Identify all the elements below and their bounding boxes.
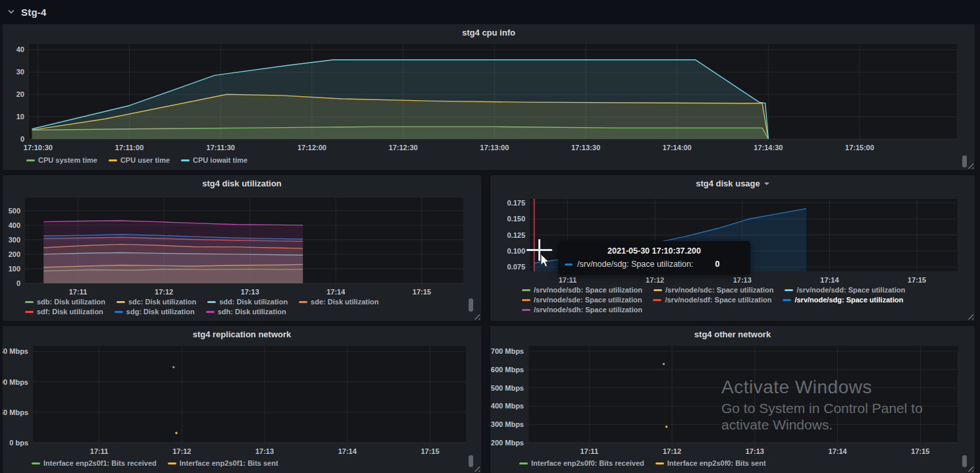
x-axis-tick-label: 17:13 bbox=[241, 288, 259, 296]
scrollbar-thumb[interactable] bbox=[962, 455, 967, 467]
y-axis-tick-label: 0 bps bbox=[9, 439, 28, 447]
y-axis-tick-label: 600 Mbps bbox=[491, 366, 524, 374]
legend-color-dash bbox=[116, 301, 125, 303]
y-axis-tick-label: 400 Mbps bbox=[491, 402, 524, 410]
x-axis-tick-label: 17:13 bbox=[255, 447, 274, 455]
legend-item[interactable]: CPU user time bbox=[109, 156, 170, 164]
legend-item[interactable]: /srv/node/sde: Space utilization bbox=[522, 296, 642, 304]
legend-color-dash bbox=[656, 462, 664, 464]
tooltip: 2021-05-30 17:10:37.200 /srv/node/sdg: S… bbox=[558, 241, 750, 275]
legend-item[interactable]: Interface enp2s0f1: Bits sent bbox=[168, 459, 278, 467]
chart-canvas-replication-network[interactable]: 0 bps50 Mbps100 Mbps150 Mbps17:1117:1217… bbox=[3, 326, 481, 473]
legend-label: sdh: Disk utilization bbox=[218, 308, 286, 316]
panel-title[interactable]: stg4 other network bbox=[490, 329, 975, 339]
chart-canvas-cpu[interactable]: 01020304017:10:3017:11:0017:11:3017:12:0… bbox=[3, 24, 975, 170]
panel-title[interactable]: stg4 disk utilization bbox=[3, 179, 481, 188]
legend: /srv/node/sdb: Space utilization/srv/nod… bbox=[522, 286, 943, 314]
chevron-down-icon[interactable] bbox=[764, 182, 769, 185]
legend-label: /srv/node/sdc: Space utilization bbox=[665, 286, 773, 294]
legend-item[interactable]: /srv/node/sdb: Space utilization bbox=[522, 286, 642, 294]
legend-item[interactable]: /srv/node/sdf: Space utilization bbox=[653, 296, 771, 304]
data-point bbox=[663, 363, 665, 365]
legend-label: /srv/node/sdf: Space utilization bbox=[665, 296, 771, 304]
x-axis-tick-label: 17:11 bbox=[580, 447, 598, 455]
scrollbar-thumb[interactable] bbox=[962, 155, 967, 167]
panel-other-network: stg4 other network 200 Mbps300 Mbps400 M… bbox=[490, 326, 975, 473]
mouse-cursor-icon bbox=[540, 254, 550, 268]
tooltip-series-label: /srv/node/sdg: Space utilization: bbox=[577, 260, 694, 269]
y-axis-tick-label: 300 Mbps bbox=[491, 420, 524, 428]
legend-item[interactable]: sdg: Disk utilization bbox=[115, 308, 195, 316]
legend-item[interactable]: /srv/node/sdd: Space utilization bbox=[785, 286, 905, 294]
legend: Interface enp2s0f0: Bits receivedInterfa… bbox=[519, 459, 960, 467]
legend-label: sdc: Disk utilization bbox=[128, 298, 196, 306]
x-axis-tick-label: 17:13 bbox=[746, 447, 764, 455]
scrollbar-thumb[interactable] bbox=[469, 298, 473, 312]
legend-label: CPU iowait time bbox=[193, 156, 247, 164]
x-axis-tick-label: 17:14 bbox=[820, 276, 839, 284]
y-axis-tick-label: 400 bbox=[9, 221, 20, 229]
legend-item[interactable]: Interface enp2s0f1: Bits received bbox=[32, 459, 157, 467]
tooltip-series-swatch bbox=[565, 264, 573, 265]
y-axis-tick-label: 100 Mbps bbox=[3, 378, 28, 386]
legend-label: sde: Disk utilization bbox=[311, 298, 378, 306]
y-axis-tick-label: 100 bbox=[9, 265, 20, 273]
legend-label: /srv/node/sdh: Space utilization bbox=[534, 306, 642, 314]
legend-label: CPU system time bbox=[38, 156, 97, 164]
y-axis-tick-label: 0.175 bbox=[507, 199, 525, 207]
x-axis-tick-label: 17:13:30 bbox=[571, 144, 600, 152]
legend-item[interactable]: Interface enp2s0f0: Bits received bbox=[519, 459, 644, 467]
x-axis-tick-label: 17:12 bbox=[646, 276, 664, 284]
panel-title[interactable]: stg4 cpu info bbox=[3, 28, 975, 38]
dashboard-row-header[interactable]: Stg-4 bbox=[0, 0, 980, 24]
data-point bbox=[665, 426, 667, 428]
legend-item[interactable]: sde: Disk utilization bbox=[299, 298, 378, 306]
legend-color-dash bbox=[25, 311, 34, 313]
panel-replication-network: stg4 replication network 0 bps50 Mbps100… bbox=[3, 326, 481, 473]
chevron-down-icon[interactable] bbox=[7, 8, 15, 16]
x-axis-tick-label: 17:14 bbox=[829, 447, 848, 455]
legend-label: sdb: Disk utilization bbox=[37, 298, 105, 306]
y-axis-tick-label: 0.125 bbox=[507, 231, 525, 239]
legend-item[interactable]: CPU iowait time bbox=[181, 156, 247, 164]
x-axis-tick-label: 17:15 bbox=[421, 447, 439, 455]
x-axis-tick-label: 17:14 bbox=[326, 288, 346, 296]
x-axis-tick-label: 17:13 bbox=[733, 276, 752, 284]
x-axis-tick-label: 17:11 bbox=[90, 447, 109, 455]
x-axis-tick-label: 17:14:00 bbox=[663, 144, 692, 152]
legend-label: /srv/node/sdb: Space utilization bbox=[534, 286, 642, 294]
x-axis-tick-label: 17:11:30 bbox=[207, 144, 235, 152]
y-axis-tick-label: 0 bbox=[16, 279, 20, 287]
tooltip-series-value: 0 bbox=[715, 260, 720, 269]
x-axis-tick-label: 17:13:00 bbox=[480, 144, 509, 152]
legend-color-dash bbox=[653, 299, 661, 301]
legend-item[interactable]: sdc: Disk utilization bbox=[116, 298, 196, 306]
y-axis-tick-label: 500 Mbps bbox=[491, 384, 524, 392]
panel-title[interactable]: stg4 disk usage bbox=[490, 179, 975, 188]
legend-color-dash bbox=[168, 462, 176, 464]
row-title[interactable]: Stg-4 bbox=[21, 7, 47, 18]
legend-color-dash bbox=[32, 462, 40, 464]
legend-item[interactable]: /srv/node/sdg: Space utilization bbox=[783, 296, 903, 304]
legend-label: /srv/node/sdd: Space utilization bbox=[796, 286, 905, 294]
panel-title[interactable]: stg4 replication network bbox=[3, 329, 481, 339]
y-axis-tick-label: 0.075 bbox=[507, 263, 525, 271]
scrollbar-thumb[interactable] bbox=[469, 455, 473, 467]
legend-color-dash bbox=[522, 289, 530, 291]
legend-item[interactable]: /srv/node/sdh: Space utilization bbox=[522, 306, 642, 314]
legend-item[interactable]: sdb: Disk utilization bbox=[25, 298, 105, 306]
legend-color-dash bbox=[654, 289, 662, 291]
legend-item[interactable]: sdd: Disk utilization bbox=[207, 298, 288, 306]
legend-item[interactable]: Interface enp2s0f0: Bits sent bbox=[656, 459, 766, 467]
legend-item[interactable]: CPU system time bbox=[26, 156, 97, 164]
legend-item[interactable]: sdf: Disk utilization bbox=[25, 308, 103, 316]
chart-canvas-other-network[interactable]: 200 Mbps300 Mbps400 Mbps500 Mbps600 Mbps… bbox=[490, 326, 975, 473]
x-axis-tick-label: 17:12 bbox=[663, 447, 681, 455]
y-axis-tick-label: 30 bbox=[16, 68, 24, 76]
legend-label: CPU user time bbox=[120, 156, 170, 164]
legend-item[interactable]: sdh: Disk utilization bbox=[206, 308, 286, 316]
y-axis-tick-label: 700 Mbps bbox=[491, 347, 524, 355]
y-axis-tick-label: 200 bbox=[9, 250, 20, 258]
legend-label: sdd: Disk utilization bbox=[219, 298, 288, 306]
legend-item[interactable]: /srv/node/sdc: Space utilization bbox=[654, 286, 773, 294]
